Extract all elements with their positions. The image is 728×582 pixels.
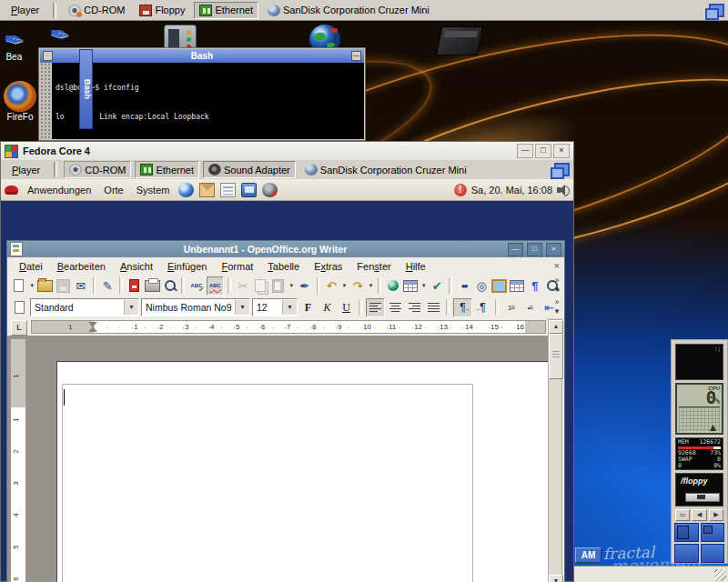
workspace-3[interactable] xyxy=(674,544,699,563)
desktop-icon-box[interactable] xyxy=(439,26,480,55)
cdrom-device-button[interactable]: CD-ROM xyxy=(64,161,131,178)
numbered-list-button[interactable]: 1≡ xyxy=(502,299,520,316)
document-close-icon[interactable]: × xyxy=(554,260,560,271)
hyperlink-icon[interactable] xyxy=(385,277,401,295)
datasources-icon[interactable] xyxy=(509,277,525,295)
rtl-paragraph-button[interactable]: ¶← xyxy=(474,299,491,316)
copy-icon[interactable] xyxy=(253,277,269,295)
insert-table-icon[interactable] xyxy=(403,277,420,295)
menu-format[interactable]: Format xyxy=(215,259,259,274)
redo-dropdown-icon[interactable]: ▾ xyxy=(368,282,374,289)
combo-dropdown-icon[interactable]: ▾ xyxy=(282,300,297,315)
open-icon[interactable] xyxy=(37,277,54,295)
desktop-icon-firefox[interactable]: FireFo xyxy=(4,81,36,122)
floppy-device-button[interactable]: Floppy xyxy=(134,2,190,19)
dock-prev-button[interactable]: ◀ xyxy=(692,509,706,521)
memory-monitor-applet[interactable]: MEM126672 9266873% SWAP0 00% xyxy=(675,437,723,470)
ltr-paragraph-button[interactable]: ¶→ xyxy=(453,298,472,317)
pdf-export-icon[interactable] xyxy=(126,277,143,295)
edit-file-icon[interactable]: ✎ xyxy=(99,277,116,295)
formatting-marks-icon[interactable]: ¶ xyxy=(527,277,543,295)
menu-tabelle[interactable]: Tabelle xyxy=(261,259,306,274)
page-preview-icon[interactable] xyxy=(162,277,178,295)
combo-dropdown-icon[interactable]: ▾ xyxy=(124,300,138,315)
bullet-list-button[interactable]: •≡ xyxy=(521,299,539,316)
paste-dropdown-icon[interactable]: ▾ xyxy=(288,282,295,289)
sound-device-button[interactable]: Sound Adapter xyxy=(203,161,296,178)
bold-button[interactable]: F xyxy=(299,299,317,316)
usb-device-button[interactable]: SanDisk Corporation Cruzer Mini xyxy=(299,161,472,178)
v-ruler[interactable]: 1 123456 xyxy=(10,338,26,582)
toolbar-overflow-icon[interactable]: »▾ xyxy=(551,297,562,316)
scroll-up-button[interactable]: ▲ xyxy=(549,320,563,334)
update-notifier-icon[interactable]: ! xyxy=(454,184,467,196)
network-monitor-applet[interactable]: ↑↓ xyxy=(675,344,723,380)
minimize-button[interactable]: — xyxy=(508,243,523,256)
places-menu[interactable]: Orte xyxy=(98,182,128,198)
panel-clock[interactable]: Sa, 20. Mai, 16:08 xyxy=(471,185,552,196)
mail-launcher-icon[interactable] xyxy=(199,183,215,197)
scrollbar-thumb[interactable] xyxy=(549,334,563,379)
new-document-icon[interactable] xyxy=(11,277,27,295)
desktop-icon-beaver[interactable]: ✒ Bea xyxy=(4,28,25,62)
font-name-combo[interactable]: Nimbus Roman No9 L ▾ xyxy=(141,298,250,316)
toolbar-overflow-icon[interactable]: »▾ xyxy=(551,276,562,294)
writer-title-bar[interactable]: Unbenannt1 - OpenOffice.org Writer — □ × xyxy=(7,241,564,257)
cpu-monitor-applet[interactable]: CPU 0% xyxy=(675,383,723,435)
menu-bearbeiten[interactable]: Bearbeiten xyxy=(51,259,112,274)
gallery-icon[interactable] xyxy=(491,277,508,295)
bash-scroll-strip[interactable] xyxy=(40,63,52,139)
workspace-1[interactable] xyxy=(674,523,699,542)
styles-window-icon[interactable] xyxy=(11,299,28,316)
dock-mount-button[interactable]: ▭ xyxy=(675,509,690,521)
underline-button[interactable]: U xyxy=(338,299,355,316)
table-dropdown-icon[interactable]: ▾ xyxy=(420,282,427,289)
save-icon[interactable] xyxy=(55,277,71,295)
ethernet-device-button[interactable]: Ethernet xyxy=(135,161,199,178)
close-button[interactable]: × xyxy=(546,243,561,256)
system-menu[interactable]: System xyxy=(131,182,176,198)
menu-fenster[interactable]: Fenster xyxy=(350,259,397,274)
scroll-down-button[interactable]: ▼ xyxy=(549,575,563,582)
bash-menu-button[interactable]: · xyxy=(43,51,53,61)
printer-launcher-icon[interactable] xyxy=(220,183,236,197)
player-menu[interactable]: Player xyxy=(5,163,47,177)
fullscreen-restore-icon[interactable] xyxy=(709,4,724,17)
taskbar-clock[interactable]: AM xyxy=(575,547,602,563)
font-size-combo[interactable]: 12 ▾ xyxy=(252,298,298,316)
paragraph-style-combo[interactable]: Standard ▾ xyxy=(30,298,139,316)
workspace-2[interactable] xyxy=(701,523,725,542)
undo-dropdown-icon[interactable]: ▾ xyxy=(341,282,348,289)
format-paintbrush-icon[interactable]: ✒ xyxy=(297,277,313,295)
mount-slider[interactable] xyxy=(685,493,720,502)
maximize-button[interactable]: □ xyxy=(535,144,551,158)
tab-type-selector[interactable]: L xyxy=(11,320,27,336)
terminal-output[interactable]: dsl@box:~$ ifconfig lo Link encap:Local … xyxy=(52,63,364,139)
screenshot-launcher-icon[interactable] xyxy=(241,183,257,197)
player-menu[interactable]: Player xyxy=(4,3,46,17)
menu-extras[interactable]: Extras xyxy=(308,259,349,274)
cdrom-device-button[interactable]: CD-ROM xyxy=(63,2,130,19)
indent-marker-icon[interactable] xyxy=(88,326,97,332)
cut-icon[interactable]: ✂ xyxy=(235,277,251,295)
navigator-icon[interactable]: ◎ xyxy=(473,277,490,295)
volume-icon[interactable] xyxy=(557,185,570,196)
spellcheck-icon[interactable]: ABC✔ xyxy=(188,277,205,295)
autospellcheck-icon[interactable]: ABC xyxy=(207,276,225,296)
resize-grip[interactable] xyxy=(714,569,726,581)
ethernet-device-button[interactable]: Ethernet xyxy=(194,2,258,19)
dock-next-button[interactable]: ▶ xyxy=(709,509,723,521)
align-left-button[interactable] xyxy=(366,298,385,317)
floppy-mount-applet[interactable]: /floppy xyxy=(675,473,723,507)
menu-einfuegen[interactable]: Einfügen xyxy=(161,259,213,274)
document-area[interactable]: 1 123456 xyxy=(7,336,550,582)
menu-datei[interactable]: Datei xyxy=(13,259,49,274)
menu-ansicht[interactable]: Ansicht xyxy=(114,259,159,274)
paste-icon[interactable] xyxy=(270,277,287,295)
browser-launcher-icon[interactable] xyxy=(178,183,194,197)
find-replace-icon[interactable]: ●● xyxy=(456,277,472,295)
bash-shade-button[interactable]: — xyxy=(351,51,361,61)
combo-dropdown-icon[interactable]: ▾ xyxy=(235,300,249,315)
fedora-title-bar[interactable]: Fedora Core 4 — □ × xyxy=(1,142,573,161)
draw-functions-icon[interactable]: ✔ xyxy=(430,277,446,295)
